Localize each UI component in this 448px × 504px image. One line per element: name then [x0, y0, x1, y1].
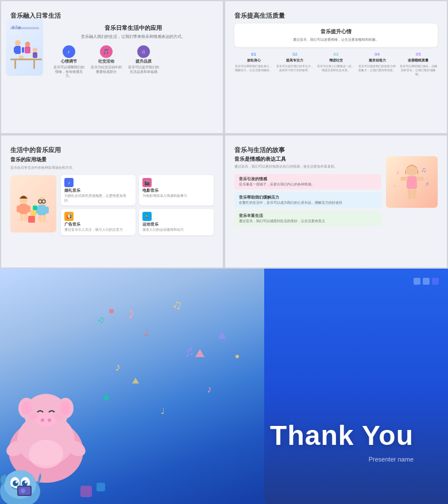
- step-2: 02 提高专注力 音乐可以提升我们的专注力，提高学习和工作的效率。: [276, 52, 315, 76]
- note-8: ♩: [161, 406, 165, 416]
- svg-rect-7: [22, 47, 24, 53]
- thank-you-title: Thank You: [270, 421, 414, 451]
- slide-indicators: [414, 278, 439, 285]
- svg-point-4: [15, 40, 21, 46]
- slide4-illus-svg: ♪ ♫ ♩ ♬: [388, 158, 437, 207]
- card2-desc: 音乐为社交活动中的重要组成部分: [90, 65, 122, 74]
- slide2-title: 音乐提高生活质量: [234, 11, 438, 20]
- story-card-3: 音乐丰富生活 通过音乐，我们可以感受到生活的美好，让生活更有意义: [234, 211, 381, 226]
- svg-rect-18: [20, 204, 28, 214]
- svg-point-56: [54, 414, 63, 420]
- svg-rect-38: [416, 177, 424, 181]
- svg-point-53: [41, 418, 44, 422]
- slide3-subtitle: 音乐的应用场景: [10, 156, 214, 164]
- slide1-subtitle: 音乐日常生活中的应用: [53, 25, 214, 32]
- svg-text:♬: ♬: [425, 181, 429, 187]
- svg-rect-37: [400, 177, 408, 181]
- step5-num: 05: [399, 52, 438, 57]
- svg-rect-22: [24, 214, 28, 221]
- app4-desc: 激发人们的运动激情和动力: [142, 228, 210, 232]
- slide1-illus-svg: [7, 21, 42, 73]
- svg-rect-34: [33, 206, 37, 210]
- story2-title: 音乐帮助我们缓解压力: [239, 195, 377, 200]
- social-icon: 🎵: [100, 45, 113, 58]
- svg-point-8: [25, 42, 30, 47]
- step1-num: 01: [234, 52, 273, 57]
- svg-text:♩: ♩: [393, 183, 396, 188]
- svg-point-72: [21, 489, 25, 493]
- app4-name: 运动音乐: [142, 222, 210, 227]
- slide3-illus-box: [10, 175, 56, 232]
- slide-3: 生活中的音乐应用 音乐的应用场景 音乐在日常生活中的各种应用场合和方式: [1, 135, 223, 267]
- slide-2: 音乐提高生活质量 音乐提升心情 通过音乐，我们可以改善情绪，让生活更加愉快和积极…: [225, 1, 447, 133]
- story1-title: 音乐引发的情感: [239, 177, 377, 182]
- card3-desc: 音乐可以提升我们的生活品质和幸福感: [128, 65, 159, 74]
- indicator-1[interactable]: [414, 278, 420, 285]
- svg-point-52: [36, 413, 56, 427]
- svg-rect-19: [17, 206, 21, 212]
- slides-grid: 音乐融入日常生活: [0, 0, 448, 269]
- svg-rect-15: [19, 56, 24, 59]
- step4-num: 04: [358, 52, 397, 57]
- step-3: 03 增进社交 音乐可以将人们聚集在一起，增进交流和社会关系。: [316, 52, 356, 76]
- svg-point-51: [60, 401, 71, 415]
- wedding-icon: ♪: [64, 178, 74, 187]
- ad-icon: 📢: [64, 212, 74, 221]
- card-quality: ♫ 提升品质 音乐可以提升我们的生活品质和幸福感: [128, 45, 159, 79]
- indicator-3[interactable]: [432, 278, 439, 285]
- app-ad: 📢 广告音乐 通过音乐引人关注，吸引人们的注意力: [61, 209, 136, 235]
- svg-rect-0: [10, 27, 39, 29]
- slide1-desc: 音乐融入我们的生活，让我们带来快乐和情感表达的方式。: [53, 34, 214, 40]
- app-sports: 🏃 运动音乐 激发人们的运动激情和动力: [139, 209, 214, 235]
- slide3-illus-svg: [12, 177, 55, 231]
- svg-point-54: [48, 418, 51, 422]
- app-movie: 🎬 电影音乐 为电影增添深入情感和故事力: [139, 175, 214, 206]
- story3-title: 音乐丰富生活: [239, 214, 377, 219]
- svg-rect-69: [96, 483, 105, 491]
- story-card-2: 音乐帮助我们缓解压力 在繁忙的生活中，音乐可以成为我们的心灵补品，缓解压力的好途…: [234, 192, 381, 208]
- step1-desc: 音乐可以帮助我们放松身心，缓解压力，让生活更加愉快。: [234, 64, 273, 72]
- step-1: 01 放松身心 音乐可以帮助我们放松身心，缓解压力，让生活更加愉快。: [234, 52, 273, 76]
- slide4-subtitle: 音乐是情感的表达工具: [234, 156, 381, 162]
- indicator-2[interactable]: [423, 278, 430, 285]
- svg-rect-13: [14, 60, 16, 69]
- svg-rect-20: [26, 206, 30, 212]
- app3-name: 广告音乐: [64, 222, 132, 227]
- svg-rect-28: [43, 215, 46, 222]
- slide4-illustration: ♪ ♫ ♩ ♬: [386, 156, 438, 208]
- step2-desc: 音乐可以提升我们的专注力，提高学习和工作的效率。: [276, 64, 315, 72]
- presenter-label: Presenter name: [270, 456, 414, 463]
- slide4-subdesc: 通过音乐，我们可以更好地表达自己的情感，使生活更加丰富多彩。: [234, 164, 381, 169]
- app2-desc: 为电影增添深入情感和故事力: [142, 194, 210, 199]
- svg-rect-40: [412, 189, 416, 199]
- slide3-content: ♪ 婚礼音乐 为婚礼仪式烘托浪漫氛围，让爱情更加美好。 🎬 电影音乐 为电影增添…: [10, 175, 214, 235]
- card-mood: ♪ 心情调节 音乐可以调整我们的情绪，有有效缓压力。: [53, 45, 84, 79]
- story1-desc: 音乐像是一面镜子，反射出我们内心的各种情感。: [239, 183, 377, 187]
- step4-label: 激发创造力: [358, 58, 397, 63]
- story2-desc: 在繁忙的生活中，音乐可以成为我们的心灵补品，缓解压力的好途径: [239, 201, 377, 205]
- step4-desc: 音乐可以激发我们的创造力和想象力，让我们更加有创意。: [358, 64, 397, 72]
- cartoon-svg: [0, 313, 161, 504]
- svg-rect-9: [25, 46, 30, 53]
- card3-label: 提升品质: [136, 59, 152, 64]
- svg-rect-14: [33, 60, 35, 69]
- svg-point-55: [29, 414, 38, 420]
- svg-rect-3: [18, 26, 21, 29]
- slide4-left: 音乐是情感的表达工具 通过音乐，我们可以更好地表达自己的情感，使生活更加丰富多彩…: [234, 156, 381, 226]
- story-card-1: 音乐引发的情感 音乐像是一面镜子，反射出我们内心的各种情感。: [234, 174, 381, 189]
- svg-rect-68: [80, 486, 92, 497]
- slide2-subtitle: 音乐提升心情: [240, 28, 432, 36]
- svg-point-16: [29, 55, 32, 59]
- card1-label: 心情调节: [61, 59, 77, 64]
- svg-rect-39: [408, 189, 412, 199]
- triangle-3: [218, 332, 226, 339]
- svg-point-49: [21, 401, 32, 415]
- card2-label: 社交活动: [98, 59, 114, 64]
- svg-point-59: [29, 440, 63, 468]
- thank-you-slide: ♪ ♫ ♩ ♬ ♪ ♫ ♪ ♩: [0, 269, 448, 504]
- svg-rect-26: [45, 207, 49, 214]
- svg-rect-2: [16, 25, 17, 29]
- svg-point-10: [33, 48, 37, 52]
- svg-point-67: [25, 481, 27, 483]
- movie-icon: 🎬: [142, 178, 152, 187]
